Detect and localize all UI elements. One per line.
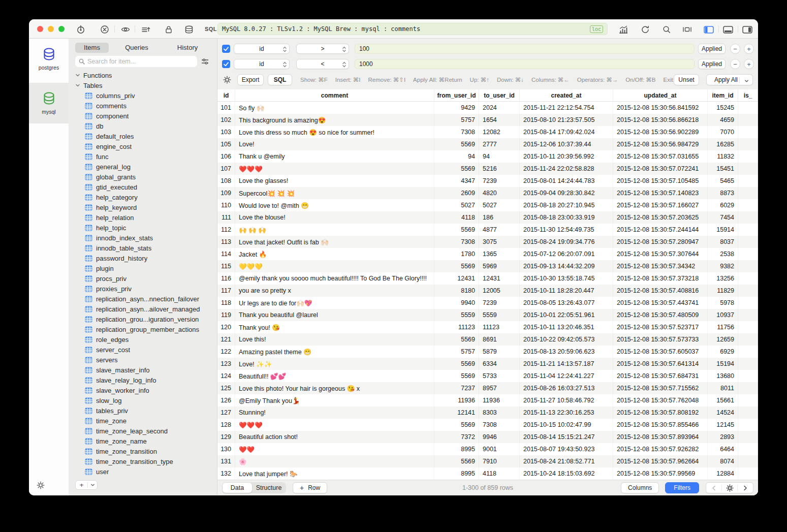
cell-to_user_id[interactable]: 1365: [479, 248, 520, 260]
cell-created_at[interactable]: 2015-10-01 22:05:51.961: [520, 309, 613, 321]
cell-from_user_id[interactable]: 5569: [434, 419, 479, 431]
sidebar-section-tables[interactable]: Tables: [69, 80, 217, 90]
cell-is_[interactable]: [738, 187, 758, 199]
cell-id[interactable]: 109: [217, 187, 235, 199]
cell-item_id[interactable]: 6029: [708, 199, 738, 211]
remove-filter-button[interactable]: −: [730, 44, 740, 54]
cell-from_user_id[interactable]: 5757: [434, 114, 479, 126]
cell-to_user_id[interactable]: 12431: [479, 272, 520, 285]
refresh-icon[interactable]: [640, 24, 650, 35]
toggle-bottom-panel-icon[interactable]: [723, 24, 733, 35]
database-icon[interactable]: [184, 24, 194, 35]
sidebar-section-functions[interactable]: Functions: [69, 70, 217, 80]
cell-item_id[interactable]: 8873: [708, 187, 738, 199]
cell-is_[interactable]: [738, 394, 758, 406]
cell-updated_at[interactable]: 2015-12-08 15:30:57.684731: [613, 370, 708, 382]
tab-data[interactable]: Data: [223, 483, 252, 493]
connect-icon[interactable]: [76, 24, 86, 35]
cell-from_user_id[interactable]: 4118: [434, 211, 479, 224]
cell-item_id[interactable]: 9382: [708, 260, 738, 272]
cell-comment[interactable]: @Emily Thank you💃: [235, 394, 434, 406]
cell-comment[interactable]: Would love to! @mith 😁: [235, 199, 434, 211]
filter-list-icon[interactable]: [201, 58, 209, 65]
sidebar-item-table[interactable]: time_zone: [69, 416, 217, 426]
cell-item_id[interactable]: 15914: [708, 224, 738, 236]
cell-id[interactable]: 129: [217, 431, 235, 443]
chevron-down-icon[interactable]: [88, 483, 97, 487]
cell-comment[interactable]: Ur legs are to die for🙌🏻💖: [235, 297, 434, 309]
sidebar-item-table[interactable]: time_zone_transition_type: [69, 456, 217, 466]
cell-comment[interactable]: Stunning!: [235, 406, 434, 419]
cell-updated_at[interactable]: 2015-12-08 15:30:57.307644: [613, 248, 708, 260]
cell-from_user_id[interactable]: 5569: [434, 358, 479, 370]
cell-is_[interactable]: [738, 431, 758, 443]
cell-comment[interactable]: So fly 🙌🏻: [235, 102, 434, 114]
table-row[interactable]: 107❤️❤️❤️556952162015-11-24 22:02:58.828…: [217, 163, 758, 175]
sql-editor-button[interactable]: SQL: [205, 26, 217, 32]
table-row[interactable]: 117you are so pretty x8180120052015-10-1…: [217, 285, 758, 297]
column-header-to_user_id[interactable]: to_user_id: [479, 89, 520, 101]
sidebar-item-table[interactable]: slave_master_info: [69, 365, 217, 375]
table-row[interactable]: 113Love that jacket! Outfit is fab 🙌🏻730…: [217, 236, 758, 248]
cell-id[interactable]: 123: [217, 358, 235, 370]
column-header-updated_at[interactable]: updated_at: [613, 89, 708, 101]
cell-to_user_id[interactable]: 7239: [479, 297, 520, 309]
sidebar-item-table[interactable]: db: [69, 121, 217, 131]
cell-to_user_id[interactable]: 1654: [479, 114, 520, 126]
cell-to_user_id[interactable]: 3075: [479, 236, 520, 248]
cell-item_id[interactable]: 15661: [708, 394, 738, 406]
add-filter-button[interactable]: +: [744, 59, 754, 69]
sidebar-item-table[interactable]: help_topic: [69, 223, 217, 233]
cell-updated_at[interactable]: 2015-12-08 15:30:57.480509: [613, 309, 708, 321]
cell-created_at[interactable]: 2015-10-11 13:20:46.351: [520, 321, 613, 333]
cell-from_user_id[interactable]: 5559: [434, 309, 479, 321]
cell-id[interactable]: 105: [217, 138, 235, 150]
cell-created_at[interactable]: 2015-10-30 13:55:18.745: [520, 272, 613, 285]
eye-icon[interactable]: [120, 24, 131, 35]
cell-updated_at[interactable]: 2015-12-08 15:30:57.280947: [613, 236, 708, 248]
cell-from_user_id[interactable]: 8180: [434, 285, 479, 297]
cell-created_at[interactable]: 2015-10-24 18:15:03.692: [520, 467, 613, 480]
cell-from_user_id[interactable]: 94: [434, 150, 479, 163]
sidebar-item-table[interactable]: general_log: [69, 162, 217, 172]
cell-is_[interactable]: [738, 455, 758, 467]
page-settings-gear-icon[interactable]: [722, 483, 737, 493]
table-row[interactable]: 116@emily thank you soooo much beautiful…: [217, 272, 758, 285]
cell-item_id[interactable]: 13680: [708, 370, 738, 382]
cell-to_user_id[interactable]: 186: [479, 211, 520, 224]
tab-history[interactable]: History: [165, 43, 210, 53]
cell-to_user_id[interactable]: 7910: [479, 455, 520, 467]
cell-is_[interactable]: [738, 333, 758, 346]
cell-item_id[interactable]: 8037: [708, 236, 738, 248]
apply-all-button[interactable]: Apply All: [706, 74, 753, 85]
table-row[interactable]: 127Stunning!1214183032015-11-13 22:30:16…: [217, 406, 758, 419]
cell-id[interactable]: 115: [217, 260, 235, 272]
table-row[interactable]: 110Would love to! @mith 😁502750272015-08…: [217, 199, 758, 211]
cell-created_at[interactable]: 2015-08-10 21:23:57.505: [520, 114, 613, 126]
cell-comment[interactable]: Love the glasses!: [235, 175, 434, 187]
cell-updated_at[interactable]: 2015-12-08 15:30:57.105485: [613, 175, 708, 187]
cell-is_[interactable]: [738, 419, 758, 431]
cell-created_at[interactable]: 2015-12-06 10:37:39.44: [520, 138, 613, 150]
filter-column-select[interactable]: id: [234, 44, 290, 54]
cell-comment[interactable]: This background is amazing😍: [235, 114, 434, 126]
cell-item_id[interactable]: 15451: [708, 163, 738, 175]
cell-comment[interactable]: Beautiful action shot!: [235, 431, 434, 443]
cell-id[interactable]: 116: [217, 272, 235, 285]
cell-id[interactable]: 113: [217, 236, 235, 248]
filter-column-select[interactable]: id: [234, 59, 290, 69]
sidebar-item-table[interactable]: slave_worker_info: [69, 385, 217, 395]
cell-created_at[interactable]: 2015-10-11 18:28:20.447: [520, 285, 613, 297]
cell-is_[interactable]: [738, 175, 758, 187]
cell-id[interactable]: 103: [217, 126, 235, 138]
cell-comment[interactable]: Love the blouse!: [235, 211, 434, 224]
cell-item_id[interactable]: 8074: [708, 455, 738, 467]
cell-comment[interactable]: Amazing pastel theme 😁: [235, 346, 434, 358]
cell-id[interactable]: 132: [217, 467, 235, 480]
cell-to_user_id[interactable]: 6334: [479, 358, 520, 370]
export-button[interactable]: Export: [237, 74, 264, 85]
cell-to_user_id[interactable]: 4118: [479, 467, 520, 480]
cell-id[interactable]: 122: [217, 346, 235, 358]
sidebar-item-table[interactable]: component: [69, 111, 217, 121]
cell-created_at[interactable]: 2015-10-22 09:42:05.573: [520, 333, 613, 346]
